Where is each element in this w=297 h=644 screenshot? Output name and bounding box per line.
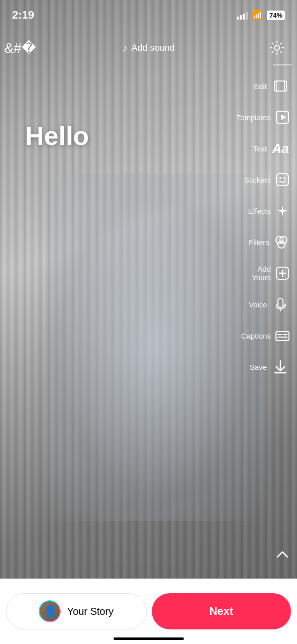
svg-rect-5 bbox=[276, 174, 288, 186]
edit-icon-box bbox=[271, 76, 290, 96]
voice-icon-box bbox=[271, 295, 290, 314]
text-label: Text bbox=[253, 144, 267, 153]
save-icon-box bbox=[271, 357, 290, 376]
next-label: Next bbox=[209, 605, 233, 618]
your-story-label: Your Story bbox=[67, 606, 114, 617]
voice-icon bbox=[273, 297, 288, 312]
back-icon: &#� bbox=[4, 40, 36, 56]
captions-label: Captions bbox=[241, 332, 271, 340]
stickers-icon-box bbox=[275, 170, 290, 189]
sidebar-item-stickers[interactable]: Stickers bbox=[247, 164, 292, 195]
templates-label: Templates bbox=[237, 113, 271, 122]
svg-point-6 bbox=[279, 177, 281, 179]
sidebar-item-add-yours[interactable]: Add Yours bbox=[247, 258, 292, 289]
effects-label: Effects bbox=[248, 207, 271, 215]
effects-icon bbox=[275, 203, 290, 218]
captions-icon bbox=[275, 328, 290, 343]
text-icon-box: Aa bbox=[271, 139, 290, 158]
voice-label: Voice bbox=[249, 300, 267, 309]
avatar-ring: 👤 bbox=[39, 600, 61, 622]
next-button[interactable]: Next bbox=[152, 593, 291, 629]
bottom-bar: 👤 Your Story Next bbox=[0, 579, 297, 644]
sidebar-item-save[interactable]: Save bbox=[247, 351, 292, 382]
sidebar-item-edit[interactable]: Edit bbox=[247, 70, 292, 102]
sidebar-item-voice[interactable]: Voice bbox=[247, 289, 292, 320]
sidebar-item-templates[interactable]: Templates bbox=[247, 102, 292, 133]
add-sound-button[interactable]: ♪ Add sound bbox=[122, 42, 174, 54]
edit-label: Edit bbox=[254, 82, 267, 91]
add-yours-icon bbox=[275, 266, 290, 281]
collapse-button[interactable] bbox=[273, 544, 292, 564]
avatar: 👤 bbox=[40, 601, 60, 621]
wifi-icon: 📶 bbox=[252, 10, 263, 21]
gear-icon bbox=[269, 40, 284, 55]
sidebar-item-text[interactable]: Text Aa bbox=[247, 133, 292, 164]
svg-rect-2 bbox=[276, 81, 284, 91]
filters-icon bbox=[274, 234, 289, 250]
back-button[interactable]: &#� bbox=[9, 37, 31, 59]
avatar-face: 👤 bbox=[43, 605, 57, 618]
text-icon: Aa bbox=[272, 141, 288, 156]
svg-rect-15 bbox=[276, 332, 289, 341]
music-note-icon: ♪ bbox=[122, 42, 127, 54]
overlay-text: Hello bbox=[25, 121, 89, 151]
chevron-up-icon bbox=[273, 545, 291, 563]
add-sound-label: Add sound bbox=[131, 43, 174, 53]
your-story-button[interactable]: 👤 Your Story bbox=[6, 593, 147, 629]
add-yours-label: Add Yours bbox=[249, 265, 271, 282]
stickers-label: Stickers bbox=[244, 176, 271, 184]
sidebar-item-effects[interactable]: Effects bbox=[247, 195, 292, 226]
svg-marker-4 bbox=[281, 114, 286, 120]
filters-icon-box bbox=[273, 232, 290, 252]
captions-icon-box bbox=[275, 326, 290, 345]
svg-point-0 bbox=[274, 45, 279, 50]
window-light bbox=[45, 174, 267, 521]
svg-point-7 bbox=[283, 177, 285, 179]
stickers-icon bbox=[275, 172, 290, 187]
settings-button[interactable] bbox=[266, 37, 288, 59]
status-bar: 2:19 📶 74% bbox=[0, 0, 297, 30]
battery-icon: 74% bbox=[267, 11, 285, 20]
templates-icon bbox=[275, 110, 290, 125]
effects-icon-box bbox=[275, 201, 290, 220]
signal-icon bbox=[237, 11, 248, 20]
templates-icon-box bbox=[275, 108, 290, 127]
svg-point-10 bbox=[278, 241, 285, 248]
status-time: 2:19 bbox=[12, 9, 34, 22]
right-menu: Edit Templates Text Aa Stickers bbox=[247, 70, 297, 382]
save-label: Save bbox=[250, 363, 267, 371]
sidebar-item-filters[interactable]: Filters bbox=[247, 226, 292, 258]
edit-icon bbox=[273, 78, 288, 94]
top-controls: &#� ♪ Add sound bbox=[0, 30, 297, 65]
add-yours-icon-box bbox=[275, 264, 290, 283]
save-icon bbox=[273, 359, 288, 374]
status-icons: 📶 74% bbox=[237, 10, 285, 21]
filters-label: Filters bbox=[249, 238, 269, 247]
home-indicator bbox=[114, 637, 184, 640]
sidebar-item-captions[interactable]: Captions bbox=[247, 320, 292, 351]
